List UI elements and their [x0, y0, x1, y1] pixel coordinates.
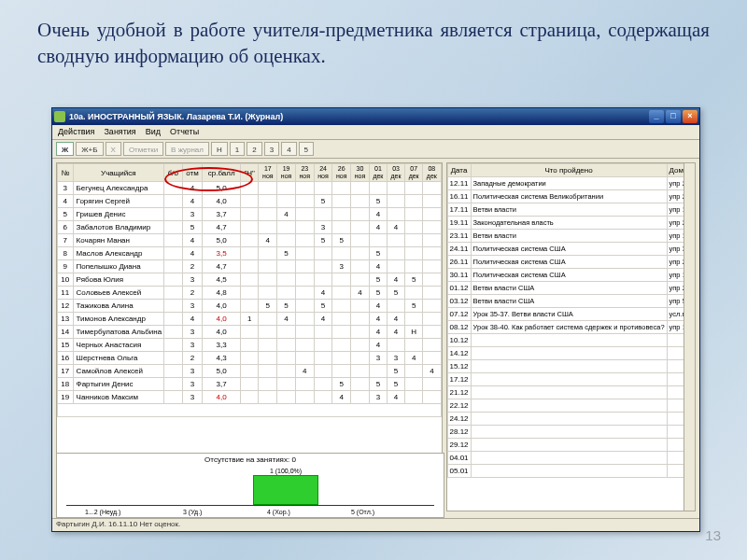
table-row[interactable]: 30.11Политическая система СШАупр 1 стр 4… — [447, 269, 696, 282]
toolbar: Ж Ж+Б X Отметки В журнал Н 1 2 3 4 5 — [52, 140, 699, 159]
tb-2[interactable]: 2 — [247, 142, 261, 156]
page-number: 13 — [705, 527, 721, 543]
titlebar[interactable]: 10а. ИНОСТРАННЫЙ ЯЗЫК. Лазарева Т.И. (Жу… — [52, 108, 699, 125]
table-row[interactable]: 17.12 — [447, 373, 696, 386]
tb-zh[interactable]: Ж — [56, 142, 74, 156]
col-date[interactable]: 19ноя — [277, 164, 296, 182]
absence-title: Отсутствие на занятиях: 0 — [57, 454, 444, 466]
col-num[interactable]: № — [58, 164, 74, 182]
table-row[interactable]: 8Маслов Александр43,555 — [58, 247, 442, 260]
chart-tick: 5 (Отл.) — [351, 509, 374, 515]
tb-4[interactable]: 4 — [281, 142, 296, 156]
table-row[interactable]: 14.12 — [447, 347, 696, 360]
table-row[interactable]: 5Гришев Денис33,744 — [58, 208, 442, 221]
table-row[interactable]: 07.12Урок 35-37. Ветви власти СШАусл.пре… — [447, 308, 696, 321]
menubar: Действия Занятия Вид Отчеты — [52, 125, 699, 140]
col-date[interactable]: 17ноя — [259, 164, 277, 182]
table-row[interactable]: 10.12 — [447, 334, 696, 347]
table-row[interactable]: 21.12 — [447, 386, 696, 399]
tb-zhb[interactable]: Ж+Б — [76, 142, 103, 156]
table-row[interactable]: 19Чанников Максим34,0434 — [58, 391, 442, 404]
table-row[interactable]: 4Горягин Сергей44,055 — [58, 195, 442, 208]
table-row[interactable]: 08.12Урок 38-40. Как работает система сд… — [447, 321, 696, 334]
table-row[interactable]: 29.12 — [447, 439, 696, 452]
col-bo[interactable]: б/о — [164, 164, 182, 182]
table-row[interactable]: 9Попелышко Диана24,734 — [58, 260, 442, 273]
table-row[interactable]: 17Самойлов Алексей35,0454 — [58, 365, 442, 378]
table-row[interactable]: 7Кочарян Манан45,0455 — [58, 234, 442, 247]
col-lesson-topic[interactable]: Что пройдено — [471, 164, 667, 177]
table-row[interactable]: 13Тимонов Александр44,014444 — [58, 313, 442, 326]
statusbar: Фартыгин Д.И. 16.11.10 Нет оценок. — [52, 518, 699, 531]
table-row[interactable]: 10Рябова Юлия34,5545 — [58, 273, 442, 287]
table-row[interactable]: 12Тажикова Алина34,055545 — [58, 300, 442, 313]
table-row[interactable]: 24.12 — [447, 413, 696, 426]
table-row[interactable]: 01.12Ветви власти СШАупр 2 стр 45 — [447, 282, 696, 295]
table-row[interactable]: 12.11Западные демократииупр 2 стр 40-41 — [447, 177, 696, 190]
table-row[interactable]: 19.11Законодательная властьупр 2 стр 325 — [447, 217, 696, 230]
col-date[interactable]: 30ноя — [351, 164, 370, 182]
table-row[interactable]: 3Бегунец Александра45,0 — [58, 182, 442, 195]
maximize-button[interactable]: □ — [666, 110, 681, 123]
menu-lessons[interactable]: Занятия — [104, 127, 135, 137]
tb-journal[interactable]: В журнал — [165, 142, 209, 156]
tb-n[interactable]: Н — [211, 142, 228, 156]
lessons-table[interactable]: Дата Что пройдено Домашнее задание 12.11… — [447, 163, 696, 478]
col-date[interactable]: 07дек — [405, 164, 423, 182]
chart-bar-label: 1 (100,0%) — [253, 468, 318, 474]
chart-tick: 3 (Уд.) — [183, 509, 202, 515]
menu-reports[interactable]: Отчеты — [170, 127, 199, 137]
col-n[interactable]: "Н" — [240, 164, 259, 182]
table-row[interactable]: 15Черных Анастасия33,34 — [58, 339, 442, 352]
col-date[interactable]: 03дек — [387, 164, 404, 182]
chart-tick: 1...2 (Неуд.) — [85, 509, 120, 515]
tb-x[interactable]: X — [106, 142, 121, 156]
col-otm[interactable]: отм — [182, 164, 203, 182]
app-icon — [54, 111, 65, 122]
grades-table[interactable]: № Учащийся б/о отм ср.балл "Н" 17ноя 19н… — [57, 163, 442, 417]
table-row[interactable]: 15.12 — [447, 360, 696, 373]
menu-view[interactable]: Вид — [146, 127, 161, 137]
table-row[interactable]: 26.11Политическая система СШАупр 2 стр 4… — [447, 256, 696, 269]
table-row[interactable]: 16Шерстнева Ольга24,3334 — [58, 352, 442, 365]
gradebook-window: 10а. ИНОСТРАННЫЙ ЯЗЫК. Лазарева Т.И. (Жу… — [51, 107, 700, 532]
table-row[interactable]: 22.12 — [447, 399, 696, 413]
col-lesson-date[interactable]: Дата — [447, 164, 471, 177]
chart-axis — [66, 505, 434, 506]
menu-actions[interactable]: Действия — [58, 127, 94, 137]
table-row[interactable]: 28.12 — [447, 426, 696, 439]
col-date[interactable]: 26ноя — [332, 164, 351, 182]
tb-3[interactable]: 3 — [264, 142, 279, 156]
table-row[interactable]: 14Тимербулатова Альбина34,044Н — [58, 326, 442, 339]
col-date[interactable]: 23ноя — [295, 164, 314, 182]
table-row[interactable]: 03.12Ветви власти СШАупр 5 стр 46 — [447, 295, 696, 308]
table-row[interactable]: 17.11Ветви властиупр 1 стр 325 — [447, 203, 696, 217]
table-row[interactable]: 16.11Политическая система Великобритании… — [447, 190, 696, 203]
table-row[interactable]: 11Соловьев Алексей24,84455 — [58, 287, 442, 300]
col-date[interactable]: 08дек — [423, 164, 441, 182]
col-date[interactable]: 24ноя — [314, 164, 332, 182]
tb-marks[interactable]: Отметки — [123, 142, 163, 156]
tb-1[interactable]: 1 — [230, 142, 245, 156]
table-row[interactable]: 24.11Политическая система СШАупр 3 стр 4… — [447, 243, 696, 256]
chart-tick: 4 (Хор.) — [267, 509, 290, 515]
absence-chart: Отсутствие на занятиях: 0 1 (100,0%) 1..… — [56, 453, 444, 518]
window-title: 10а. ИНОСТРАННЫЙ ЯЗЫК. Лазарева Т.И. (Жу… — [69, 112, 649, 121]
col-date[interactable]: 01дек — [369, 164, 387, 182]
minimize-button[interactable]: _ — [649, 110, 664, 123]
chart-bar — [253, 475, 318, 505]
table-row[interactable]: 6Забалотов Владимир54,7344 — [58, 221, 442, 234]
col-student[interactable]: Учащийся — [73, 164, 164, 182]
tb-5[interactable]: 5 — [299, 142, 314, 156]
table-row[interactable]: 23.11Ветви властиупр 1 стр 325(1) — [447, 230, 696, 243]
table-row[interactable]: 18Фартыгин Денис33,7555 — [58, 378, 442, 391]
col-avg[interactable]: ср.балл — [203, 164, 240, 182]
close-button[interactable]: × — [683, 110, 698, 123]
slide-caption: Очень удобной в работе учителя-предметни… — [0, 0, 747, 79]
